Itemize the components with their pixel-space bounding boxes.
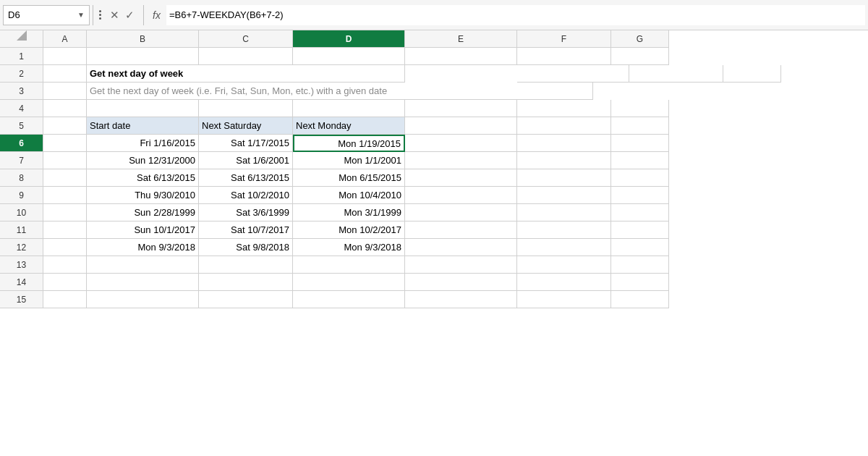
cell-g11[interactable]: [611, 221, 669, 239]
cell-a12[interactable]: [43, 239, 87, 256]
cell-e14[interactable]: [405, 274, 517, 291]
cell-b3[interactable]: Get the next day of week (i.e. Fri, Sat,…: [87, 83, 593, 100]
cell-d4[interactable]: [293, 100, 405, 117]
cell-c12[interactable]: Sat 9/8/2018: [199, 239, 293, 256]
cell-a5[interactable]: [43, 117, 87, 135]
cell-a15[interactable]: [43, 291, 87, 308]
cell-a3[interactable]: [43, 83, 87, 100]
cell-d13[interactable]: [293, 256, 405, 274]
cell-b15[interactable]: [87, 291, 199, 308]
cell-c13[interactable]: [199, 256, 293, 274]
cell-g5[interactable]: [611, 117, 669, 135]
cell-c7[interactable]: Sat 1/6/2001: [199, 152, 293, 169]
cell-g10[interactable]: [611, 204, 669, 221]
col-header-c[interactable]: C: [199, 30, 293, 48]
cell-f12[interactable]: [517, 239, 611, 256]
cell-f14[interactable]: [517, 274, 611, 291]
cell-g12[interactable]: [611, 239, 669, 256]
cell-d1[interactable]: [293, 48, 405, 65]
cell-g9[interactable]: [611, 187, 669, 204]
col-header-d[interactable]: D: [293, 30, 405, 48]
cell-f6[interactable]: [517, 135, 611, 152]
cell-b7[interactable]: Sun 12/31/2000: [87, 152, 199, 169]
cell-b9[interactable]: Thu 9/30/2010: [87, 187, 199, 204]
cell-e2[interactable]: [517, 65, 629, 83]
cell-f1[interactable]: [517, 48, 611, 65]
cell-e11[interactable]: [405, 221, 517, 239]
cell-e15[interactable]: [405, 291, 517, 308]
cell-b12[interactable]: Mon 9/3/2018: [87, 239, 199, 256]
cell-g14[interactable]: [611, 274, 669, 291]
cancel-icon[interactable]: ✕: [110, 9, 119, 22]
cell-c6[interactable]: Sat 1/17/2015: [199, 135, 293, 152]
cell-e4[interactable]: [405, 100, 517, 117]
cell-e10[interactable]: [405, 204, 517, 221]
cell-a6[interactable]: [43, 135, 87, 152]
cell-g6[interactable]: [611, 135, 669, 152]
cell-d8[interactable]: Mon 6/15/2015: [293, 169, 405, 187]
cell-b13[interactable]: [87, 256, 199, 274]
cell-f7[interactable]: [517, 152, 611, 169]
cell-d15[interactable]: [293, 291, 405, 308]
cell-g2[interactable]: [723, 65, 781, 83]
cell-a2[interactable]: [43, 65, 87, 83]
cell-e6[interactable]: [405, 135, 517, 152]
cell-e1[interactable]: [405, 48, 517, 65]
cell-e9[interactable]: [405, 187, 517, 204]
cell-name-arrow[interactable]: ▼: [77, 11, 85, 19]
cell-a8[interactable]: [43, 169, 87, 187]
cell-f9[interactable]: [517, 187, 611, 204]
cell-d12[interactable]: Mon 9/3/2018: [293, 239, 405, 256]
cell-c9[interactable]: Sat 10/2/2010: [199, 187, 293, 204]
cell-g7[interactable]: [611, 152, 669, 169]
cell-e7[interactable]: [405, 152, 517, 169]
cell-a1[interactable]: [43, 48, 87, 65]
cell-f13[interactable]: [517, 256, 611, 274]
cell-g4[interactable]: [611, 100, 669, 117]
cell-d11[interactable]: Mon 10/2/2017: [293, 221, 405, 239]
cell-b8[interactable]: Sat 6/13/2015: [87, 169, 199, 187]
cell-c4[interactable]: [199, 100, 293, 117]
cell-g1[interactable]: [611, 48, 669, 65]
col-header-f[interactable]: F: [517, 30, 611, 48]
cell-c5[interactable]: Next Saturday: [199, 117, 293, 135]
cell-b6[interactable]: Fri 1/16/2015: [87, 135, 199, 152]
cell-f15[interactable]: [517, 291, 611, 308]
cell-f11[interactable]: [517, 221, 611, 239]
col-header-a[interactable]: A: [43, 30, 87, 48]
cell-d6[interactable]: Mon 1/19/2015: [293, 135, 405, 152]
cell-d7[interactable]: Mon 1/1/2001: [293, 152, 405, 169]
cell-c1[interactable]: [199, 48, 293, 65]
cell-a11[interactable]: [43, 221, 87, 239]
cell-e13[interactable]: [405, 256, 517, 274]
cell-g15[interactable]: [611, 291, 669, 308]
cell-e12[interactable]: [405, 239, 517, 256]
cell-name-box[interactable]: D6 ▼: [3, 5, 90, 25]
cell-f5[interactable]: [517, 117, 611, 135]
cell-b11[interactable]: Sun 10/1/2017: [87, 221, 199, 239]
cell-d9[interactable]: Mon 10/4/2010: [293, 187, 405, 204]
cell-b2[interactable]: Get next day of week: [87, 65, 405, 83]
col-header-g[interactable]: G: [611, 30, 669, 48]
cell-d5[interactable]: Next Monday: [293, 117, 405, 135]
cell-e8[interactable]: [405, 169, 517, 187]
cell-c8[interactable]: Sat 6/13/2015: [199, 169, 293, 187]
cell-c14[interactable]: [199, 274, 293, 291]
cell-g8[interactable]: [611, 169, 669, 187]
cell-f2[interactable]: [629, 65, 723, 83]
cell-d10[interactable]: Mon 3/1/1999: [293, 204, 405, 221]
cell-c11[interactable]: Sat 10/7/2017: [199, 221, 293, 239]
cell-d14[interactable]: [293, 274, 405, 291]
cell-e5[interactable]: [405, 117, 517, 135]
cell-a7[interactable]: [43, 152, 87, 169]
col-header-b[interactable]: B: [87, 30, 199, 48]
cell-c15[interactable]: [199, 291, 293, 308]
cell-a9[interactable]: [43, 187, 87, 204]
confirm-icon[interactable]: ✓: [125, 9, 135, 22]
cell-a10[interactable]: [43, 204, 87, 221]
cell-a13[interactable]: [43, 256, 87, 274]
col-header-e[interactable]: E: [405, 30, 517, 48]
cell-f8[interactable]: [517, 169, 611, 187]
cell-c10[interactable]: Sat 3/6/1999: [199, 204, 293, 221]
formula-input[interactable]: [166, 5, 865, 25]
